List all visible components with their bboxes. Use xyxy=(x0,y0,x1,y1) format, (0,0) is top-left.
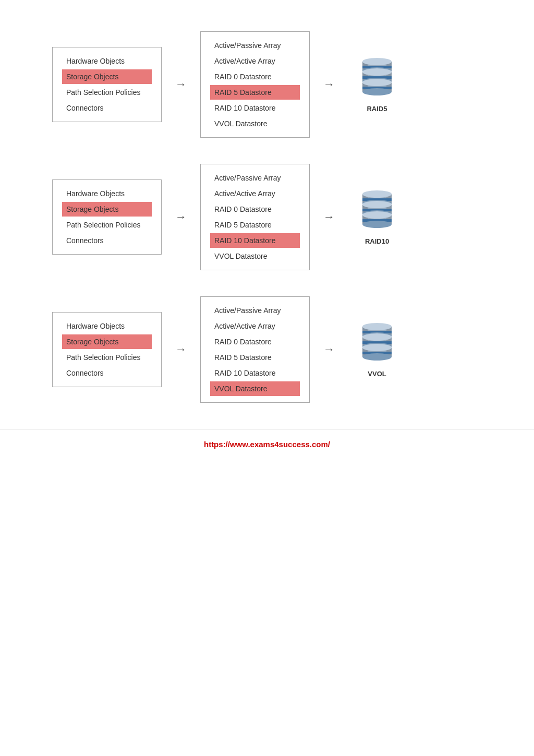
footer-link[interactable]: https://www.exams4success.com/ xyxy=(204,440,330,449)
middle-box-item: RAID 5 Datastore xyxy=(210,218,300,232)
middle-box-item: RAID 0 Datastore xyxy=(210,69,300,84)
right-section-vvol: VVOL xyxy=(354,322,400,378)
arrow-right: → xyxy=(323,210,335,224)
right-section-raid10: RAID10 xyxy=(354,189,400,245)
arrow-left: → xyxy=(175,78,187,91)
svg-point-52 xyxy=(362,353,392,361)
middle-box-vvol: Active/Passive ArrayActive/Active ArrayR… xyxy=(200,296,310,403)
diagram-raid10: Hardware ObjectsStorage ObjectsPath Sele… xyxy=(52,164,482,270)
left-box-item: Hardware Objects xyxy=(62,54,152,68)
middle-box-item: RAID 10 Datastore xyxy=(210,233,300,248)
left-box-item: Hardware Objects xyxy=(62,319,152,333)
raid-label: RAID5 xyxy=(367,105,387,113)
middle-box-item: Active/Passive Array xyxy=(210,303,300,318)
left-box-item: Path Selection Policies xyxy=(62,350,152,365)
right-section-raid5: RAID5 xyxy=(354,57,400,113)
left-box-item: Path Selection Policies xyxy=(62,218,152,232)
middle-box-item: Active/Active Array xyxy=(210,319,300,333)
svg-point-47 xyxy=(362,333,392,341)
main-content: Hardware ObjectsStorage ObjectsPath Sele… xyxy=(0,0,534,403)
db-icon xyxy=(354,322,400,368)
left-box-item: Storage Objects xyxy=(62,69,152,84)
middle-box-item: Active/Passive Array xyxy=(210,171,300,185)
svg-point-41 xyxy=(362,323,392,330)
middle-box-raid5: Active/Passive ArrayActive/Active ArrayR… xyxy=(200,31,310,138)
middle-box-item: RAID 5 Datastore xyxy=(210,85,300,100)
diagram-vvol: Hardware ObjectsStorage ObjectsPath Sele… xyxy=(52,296,482,403)
left-box-item: Connectors xyxy=(62,101,152,115)
svg-point-34 xyxy=(362,221,392,228)
middle-box-item: Active/Passive Array xyxy=(210,38,300,53)
left-box-item: Connectors xyxy=(62,233,152,248)
svg-point-17 xyxy=(362,79,392,86)
footer: https://www.exams4success.com/ xyxy=(0,429,534,459)
middle-box-item: VVOL Datastore xyxy=(210,381,300,396)
svg-point-23 xyxy=(362,190,392,198)
left-box-item: Path Selection Policies xyxy=(62,85,152,100)
left-box-raid10: Hardware ObjectsStorage ObjectsPath Sele… xyxy=(52,179,162,255)
raid-label: VVOL xyxy=(368,370,386,378)
arrow-left: → xyxy=(175,343,187,356)
svg-point-5 xyxy=(362,58,392,65)
middle-box-item: VVOL Datastore xyxy=(210,249,300,263)
arrow-right: → xyxy=(323,343,335,356)
middle-box-item: Active/Active Array xyxy=(210,54,300,68)
left-box-item: Storage Objects xyxy=(62,334,152,349)
raid-label: RAID10 xyxy=(365,237,389,245)
left-box-raid5: Hardware ObjectsStorage ObjectsPath Sele… xyxy=(52,47,162,122)
svg-point-29 xyxy=(362,201,392,208)
db-icon xyxy=(354,57,400,103)
left-box-item: Connectors xyxy=(62,366,152,380)
left-box-item: Hardware Objects xyxy=(62,186,152,201)
arrow-right: → xyxy=(323,78,335,91)
middle-box-item: RAID 0 Datastore xyxy=(210,202,300,217)
svg-point-11 xyxy=(362,68,392,76)
svg-point-16 xyxy=(362,88,392,95)
db-icon xyxy=(354,189,400,235)
diagram-raid5: Hardware ObjectsStorage ObjectsPath Sele… xyxy=(52,31,482,138)
middle-box-item: Active/Active Array xyxy=(210,186,300,201)
middle-box-item: RAID 0 Datastore xyxy=(210,334,300,349)
middle-box-item: RAID 10 Datastore xyxy=(210,101,300,115)
arrow-left: → xyxy=(175,210,187,224)
middle-box-item: RAID 10 Datastore xyxy=(210,366,300,380)
middle-box-item: VVOL Datastore xyxy=(210,116,300,131)
middle-box-raid10: Active/Passive ArrayActive/Active ArrayR… xyxy=(200,164,310,270)
left-box-item: Storage Objects xyxy=(62,202,152,217)
diagrams-container: Hardware ObjectsStorage ObjectsPath Sele… xyxy=(52,31,482,403)
svg-point-35 xyxy=(362,211,392,219)
middle-box-item: RAID 5 Datastore xyxy=(210,350,300,365)
svg-point-53 xyxy=(362,344,392,351)
left-box-vvol: Hardware ObjectsStorage ObjectsPath Sele… xyxy=(52,312,162,387)
